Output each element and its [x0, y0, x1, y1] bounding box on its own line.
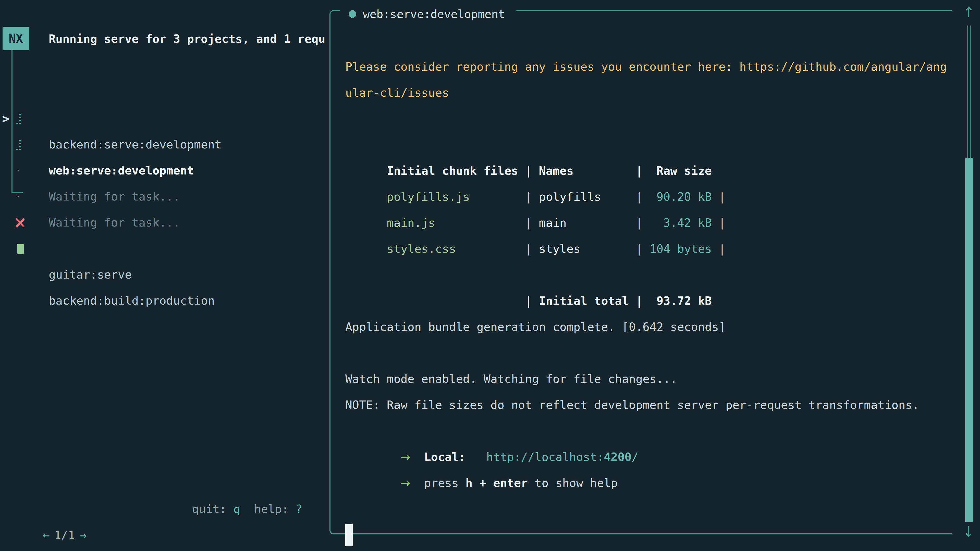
terminal-cursor — [345, 524, 353, 546]
scrollbar-thumb[interactable] — [965, 158, 973, 522]
col-size-header: Raw size — [643, 158, 712, 184]
pipe: | — [525, 294, 532, 308]
total-label: Initial total — [532, 288, 636, 314]
help-hint-key: h + enter — [466, 476, 528, 490]
col-names-header: Names — [532, 158, 636, 184]
task-waiting-2[interactable]: · Waiting for task... — [0, 158, 327, 184]
help-label: help: — [254, 502, 289, 516]
output-panel-header: web:serve:development — [340, 6, 516, 22]
total-size: 93.72 kB — [643, 288, 712, 314]
chunk-name: polyfills — [532, 184, 636, 210]
pipe: | — [712, 242, 725, 256]
pipe: | — [712, 190, 725, 203]
help-hint-pre: press — [424, 476, 466, 490]
pipe: | — [525, 164, 532, 178]
pipe: | — [636, 294, 643, 308]
scroll-down-icon[interactable]: ↓ — [959, 523, 978, 541]
waiting-dot-icon: · — [15, 184, 22, 210]
chunk-file: main.js — [387, 210, 525, 236]
task-guitar-serve[interactable]: guitar:serve — [0, 210, 327, 236]
success-square-icon — [18, 244, 24, 254]
local-label: Local: — [424, 450, 466, 464]
blank-line — [345, 106, 963, 132]
quit-key: q — [233, 502, 240, 516]
nx-logo: NX — [3, 27, 29, 50]
page-prev-icon[interactable]: ← — [43, 528, 49, 542]
page-next-icon[interactable]: → — [80, 528, 86, 542]
pipe: | — [525, 216, 532, 230]
chunk-size: 104 bytes — [643, 236, 712, 262]
scroll-up-icon[interactable]: ↑ — [959, 3, 978, 21]
page-indicator: 1/1 — [54, 528, 75, 542]
notice-line: Please consider reporting any issues you… — [345, 54, 963, 80]
task-backend-serve-development[interactable]: ⣸ backend:serve:development — [0, 79, 327, 106]
watch-mode-line: Watch mode enabled. Watching for file ch… — [345, 366, 963, 392]
pipe: | — [636, 216, 643, 230]
local-url-link[interactable]: http://localhost:4200/ — [486, 450, 638, 464]
pagination: ←1/1→ — [15, 496, 86, 522]
help-key: ? — [296, 502, 302, 516]
chunk-name: main — [532, 210, 636, 236]
bundle-complete-line: Application bundle generation complete. … — [345, 314, 963, 340]
terminal-output: Please consider reporting any issues you… — [345, 54, 963, 496]
pipe: | — [525, 242, 532, 256]
pipe: | — [712, 216, 725, 230]
error-cross-icon — [15, 218, 25, 228]
local-url-line: →Local:http://localhost:4200/ — [345, 418, 963, 444]
chunk-file: polyfills.js — [387, 184, 525, 210]
col-files-header: Initial chunk files — [387, 158, 525, 184]
pipe: | — [636, 164, 643, 178]
nx-terminal-ui: NX Running serve for 3 projects, and 1 r… — [0, 0, 980, 551]
note-line: NOTE: Raw file sizes do not reflect deve… — [345, 392, 963, 418]
task-backend-build-production[interactable]: backend:build:production — [0, 236, 327, 262]
task-waiting-1[interactable]: · Waiting for task... — [0, 132, 327, 158]
url-port: 4200 — [604, 450, 632, 464]
task-label: Waiting for task... — [49, 184, 180, 210]
task-web-serve-development[interactable]: ⣸ web:serve:development — [0, 106, 327, 132]
url-prefix: http://localhost: — [486, 450, 604, 464]
chunk-table-header: Initial chunk files|Names|Raw size — [345, 132, 963, 158]
chunk-size: 3.42 kB — [643, 210, 712, 236]
chunk-size: 90.20 kB — [643, 184, 712, 210]
help-hint-post: to show help — [528, 476, 617, 490]
arrow-right-icon: → — [401, 476, 410, 490]
sidebar-title: Running serve for 3 projects, and 1 requ — [49, 27, 326, 51]
pipe: | — [636, 242, 643, 256]
running-status-dot-icon — [348, 10, 356, 18]
url-suffix: / — [632, 450, 638, 464]
notice-line: ular-cli/issues — [345, 80, 963, 106]
arrow-right-icon: → — [401, 450, 410, 464]
task-label: backend:build:production — [49, 288, 215, 314]
task-label: guitar:serve — [49, 262, 132, 288]
blank-line — [345, 340, 963, 366]
initial-total-row: |Initial total|93.72 kB — [345, 262, 963, 288]
chunk-name: styles — [532, 236, 636, 262]
pipe: | — [525, 190, 532, 203]
hotkey-hints: quit:qhelp:? — [192, 496, 302, 522]
chunk-file: styles.css — [387, 236, 525, 262]
pipe: | — [636, 190, 643, 203]
output-panel-title: web:serve:development — [363, 8, 505, 21]
quit-label: quit: — [192, 502, 226, 516]
